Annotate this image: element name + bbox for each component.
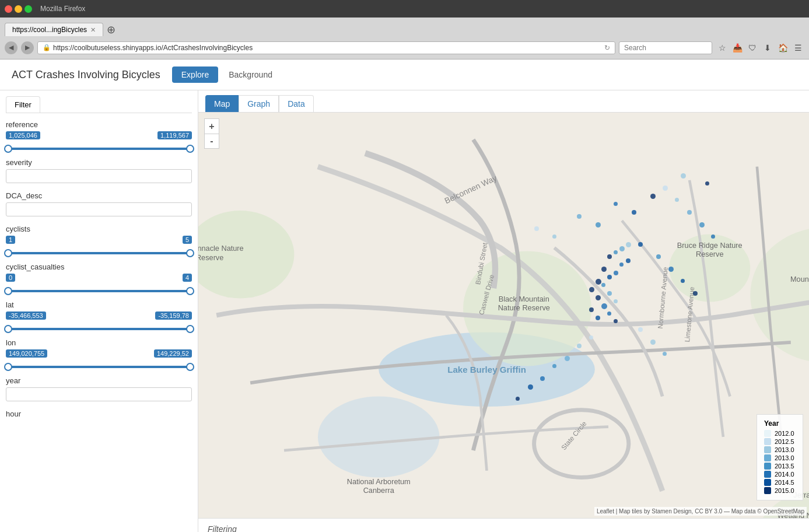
lon-slider-max-thumb	[186, 363, 194, 371]
download-icon[interactable]: ⬇	[761, 41, 774, 54]
bookmark-icon[interactable]: ☆	[716, 41, 729, 54]
dca-desc-input[interactable]	[6, 202, 192, 216]
casualties-slider-min-thumb	[4, 287, 12, 295]
nav-tab-explore[interactable]: Explore	[172, 66, 218, 83]
cyclists-slider-track[interactable]	[6, 252, 192, 254]
legend-item-2012: 2012.0	[764, 430, 796, 437]
map-legend: Year 2012.0 2012.5 2013.0	[757, 414, 803, 501]
legend-color-2013	[764, 446, 771, 453]
legend-color-20145	[764, 479, 771, 486]
back-button[interactable]: ◀	[5, 41, 17, 54]
filter-dca-desc-label: DCA_desc	[6, 191, 192, 200]
legend-color-2012	[764, 430, 771, 437]
casualties-slider-fill	[6, 290, 192, 292]
tab-title: https://cool...ingBicycles	[12, 26, 87, 34]
page-title: ACT Crashes Involving Bicycles	[12, 69, 160, 81]
new-tab-icon[interactable]: ⊕	[107, 23, 115, 36]
lon-slider-fill	[6, 366, 192, 368]
lat-slider-badges: -35,466,553 -35,159,78	[6, 312, 192, 320]
cyclists-min-badge: 1	[6, 236, 15, 244]
casualties-slider-max-thumb	[186, 287, 194, 295]
tab-bar: https://cool...ingBicycles ✕ ⊕	[0, 18, 809, 36]
legend-item-2013: 2013.0	[764, 446, 796, 453]
filter-cyclist-casualties: cyclist_casualties 0 4	[6, 262, 192, 292]
zoom-in-button[interactable]: +	[204, 118, 219, 134]
close-tab-icon[interactable]: ✕	[90, 26, 96, 34]
filter-cyclists-label: cyclists	[6, 225, 192, 233]
cyclists-max-badge: 5	[183, 236, 192, 244]
page-header: ACT Crashes Involving Bicycles Explore B…	[0, 60, 809, 90]
search-input[interactable]	[619, 41, 712, 54]
cyclists-slider-fill	[6, 252, 192, 254]
legend-item-2015: 2015.0	[764, 487, 796, 494]
map-container[interactable]: Belconnen Way Bindubi Street Caswell Dri…	[198, 113, 809, 518]
legend-item-2014: 2014.0	[764, 471, 796, 478]
legend-title: Year	[764, 419, 796, 428]
toolbar-icons: ☆ 📥 🛡 ⬇ 🏠 ☰	[716, 41, 804, 54]
cyclists-slider-max-thumb	[186, 249, 194, 257]
filter-cyclists: cyclists 1 5	[6, 225, 192, 254]
filter-hour: hour	[6, 410, 192, 418]
lon-slider-min-thumb	[4, 363, 12, 371]
filter-cyclist-casualties-label: cyclist_casualties	[6, 262, 192, 271]
legend-item-20135: 2013.5	[764, 463, 796, 470]
reference-slider-track[interactable]	[6, 148, 192, 150]
legend-color-20130	[764, 454, 771, 461]
severity-input[interactable]	[6, 169, 192, 183]
content-tab-graph[interactable]: Graph	[239, 95, 279, 112]
browser-title: Mozilla Firefox	[40, 5, 85, 13]
filter-dca-desc: DCA_desc	[6, 191, 192, 216]
content-tab-data[interactable]: Data	[279, 95, 314, 112]
lon-max-badge: 149,229,52	[154, 349, 192, 358]
year-input[interactable]	[6, 387, 192, 401]
url-bar[interactable]: 🔒 https://coolbutuseless.shinyapps.io/Ac…	[37, 41, 615, 54]
filter-tab[interactable]: Filter	[6, 96, 40, 113]
zoom-out-button[interactable]: -	[204, 134, 219, 149]
reference-max-badge: 1,119,567	[157, 131, 192, 139]
map-attribution: Leaflet | Map tiles by Stamen Design, CC…	[594, 507, 807, 516]
lon-slider-track[interactable]	[6, 366, 192, 368]
legend-label-20135: 2013.5	[775, 463, 794, 470]
filter-year-label: year	[6, 376, 192, 385]
casualties-slider-track[interactable]	[6, 290, 192, 292]
below-map: Filtering	[198, 518, 809, 532]
casualties-slider-badges: 0 4	[6, 274, 192, 282]
content-area: Map Graph Data	[198, 90, 809, 532]
legend-color-20135	[764, 463, 771, 470]
crash-dots-layer	[198, 113, 809, 518]
reference-slider-min-thumb	[4, 145, 12, 153]
filter-hour-label: hour	[6, 410, 192, 418]
maximize-btn[interactable]	[24, 5, 32, 13]
cyclists-slider-min-thumb	[4, 249, 12, 257]
lat-min-badge: -35,466,553	[6, 312, 46, 320]
legend-item-20125: 2012.5	[764, 438, 796, 445]
home-icon[interactable]: 🏠	[776, 41, 789, 54]
legend-label-2012: 2012.0	[775, 430, 794, 437]
legend-label-20125: 2012.5	[775, 438, 794, 445]
minimize-btn[interactable]	[15, 5, 22, 13]
browser-tab[interactable]: https://cool...ingBicycles ✕	[5, 23, 103, 36]
lon-slider-badges: 149,020,755 149,229,52	[6, 349, 192, 358]
menu-icon[interactable]: ☰	[792, 41, 804, 54]
legend-label-20130: 2013.0	[775, 454, 794, 461]
shield-icon[interactable]: 🛡	[746, 41, 759, 54]
close-btn[interactable]	[5, 5, 12, 13]
legend-label-2013: 2013.0	[775, 446, 794, 453]
legend-color-2015	[764, 487, 771, 494]
reference-slider-badges: 1,025,046 1,119,567	[6, 131, 192, 139]
filter-severity: severity	[6, 158, 192, 183]
legend-item-20145: 2014.5	[764, 479, 796, 486]
casualties-max-badge: 4	[183, 274, 192, 282]
nav-tab-background[interactable]: Background	[219, 66, 282, 83]
filter-severity-label: severity	[6, 158, 192, 167]
cyclists-slider-badges: 1 5	[6, 236, 192, 244]
legend-label-2014: 2014.0	[775, 471, 794, 478]
legend-color-20125	[764, 438, 771, 445]
lat-slider-max-thumb	[186, 325, 194, 333]
forward-button[interactable]: ▶	[21, 41, 34, 54]
content-tab-map[interactable]: Map	[205, 95, 239, 112]
pocket-icon[interactable]: 📥	[731, 41, 744, 54]
refresh-icon[interactable]: ↻	[604, 44, 610, 52]
filter-reference-label: reference	[6, 120, 192, 129]
lat-slider-track[interactable]	[6, 328, 192, 330]
